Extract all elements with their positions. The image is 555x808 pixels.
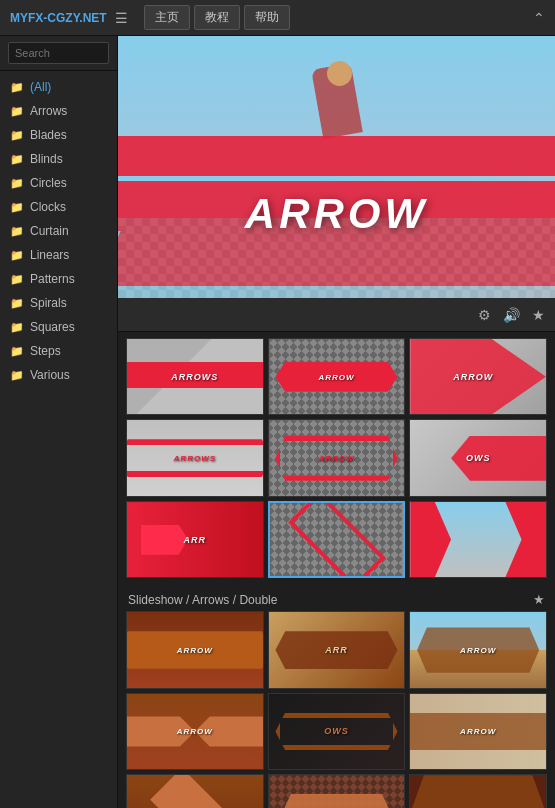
thumb-item[interactable]: ARROW [268, 419, 406, 496]
sidebar-label-steps: Steps [30, 344, 61, 358]
top-thumb-grid: ARROWS ARROW ARROW ARROWS [126, 338, 547, 578]
folder-icon: 📁 [10, 129, 24, 142]
thumb-item[interactable] [409, 501, 547, 578]
toolbar: ⚙ 🔊 ★ [118, 298, 555, 332]
preview-bg: ARROW [118, 36, 555, 298]
thumb-item[interactable] [409, 774, 547, 808]
thumb-item[interactable]: OWS [409, 419, 547, 496]
sidebar-item-blades[interactable]: 📁 Blades [0, 123, 117, 147]
folder-icon: 📁 [10, 153, 24, 166]
sidebar-label-blinds: Blinds [30, 152, 63, 166]
thumb-item[interactable]: ARR [126, 501, 264, 578]
sidebar-label-blades: Blades [30, 128, 67, 142]
thumb-item[interactable]: OWS [268, 693, 406, 770]
folder-icon: 📁 [10, 369, 24, 382]
thumb-item[interactable]: ARROW [126, 611, 264, 688]
star-icon[interactable]: ★ [532, 307, 545, 323]
folder-icon: 📁 [10, 249, 24, 262]
sidebar: 📁 (All) 📁 Arrows 📁 Blades 📁 Blinds 📁 Cir… [0, 36, 118, 808]
site-title: MYFX-CGZY.NET [10, 11, 107, 25]
categories-list: 📁 (All) 📁 Arrows 📁 Blades 📁 Blinds 📁 Cir… [0, 71, 117, 808]
settings-icon[interactable]: ⚙ [478, 307, 491, 323]
sidebar-label-curtain: Curtain [30, 224, 69, 238]
topbar-left: MYFX-CGZY.NET ☰ 主页 教程 帮助 [10, 5, 290, 30]
thumb-item[interactable]: ARROWS [126, 419, 264, 496]
sidebar-label-spirals: Spirals [30, 296, 67, 310]
thumb-item-selected[interactable] [268, 501, 406, 578]
thumb-item[interactable] [268, 774, 406, 808]
thumb-item[interactable]: ARROWS [126, 338, 264, 415]
sidebar-label-squares: Squares [30, 320, 75, 334]
sidebar-label-circles: Circles [30, 176, 67, 190]
sidebar-label-clocks: Clocks [30, 200, 66, 214]
nav-help[interactable]: 帮助 [244, 5, 290, 30]
folder-icon: 📁 [10, 273, 24, 286]
thumb-item[interactable]: ARROW [409, 693, 547, 770]
section1-label: Slideshow / Arrows / Double [128, 593, 277, 607]
thumb-item[interactable]: ARROW [409, 611, 547, 688]
topbar: MYFX-CGZY.NET ☰ 主页 教程 帮助 ⌃ [0, 0, 555, 36]
nav-home[interactable]: 主页 [144, 5, 190, 30]
nav-tutorial[interactable]: 教程 [194, 5, 240, 30]
thumb-item[interactable]: ARROW [409, 338, 547, 415]
hamburger-icon[interactable]: ☰ [115, 10, 128, 26]
search-box [0, 36, 117, 71]
sidebar-label-linears: Linears [30, 248, 69, 262]
sidebar-item-linears[interactable]: 📁 Linears [0, 243, 117, 267]
folder-icon: 📁 [10, 225, 24, 238]
sidebar-label-arrows: Arrows [30, 104, 67, 118]
section1-header: Slideshow / Arrows / Double ★ [126, 586, 547, 611]
sidebar-label-all: (All) [30, 80, 51, 94]
sidebar-item-squares[interactable]: 📁 Squares [0, 315, 117, 339]
folder-icon: 📁 [10, 345, 24, 358]
content-area: ARROW ⚙ 🔊 ★ ARROWS ARROW [118, 36, 555, 808]
sidebar-label-patterns: Patterns [30, 272, 75, 286]
sidebar-item-steps[interactable]: 📁 Steps [0, 339, 117, 363]
thumb-item[interactable]: ARROW [126, 774, 264, 808]
search-input[interactable] [8, 42, 109, 64]
sidebar-item-clocks[interactable]: 📁 Clocks [0, 195, 117, 219]
sidebar-label-various: Various [30, 368, 70, 382]
sidebar-item-curtain[interactable]: 📁 Curtain [0, 219, 117, 243]
section1-star-icon[interactable]: ★ [533, 592, 545, 607]
thumb-item[interactable]: ARROW [126, 693, 264, 770]
bottom-thumb-grid: ARROW ARR ARROW AR [126, 611, 547, 808]
grid-section[interactable]: ARROWS ARROW ARROW ARROWS [118, 332, 555, 808]
folder-icon: 📁 [10, 81, 24, 94]
folder-icon: 📁 [10, 201, 24, 214]
thumb-item[interactable]: ARROW [268, 338, 406, 415]
sidebar-item-arrows[interactable]: 📁 Arrows [0, 99, 117, 123]
sidebar-item-all[interactable]: 📁 (All) [0, 75, 117, 99]
sidebar-item-patterns[interactable]: 📁 Patterns [0, 267, 117, 291]
sidebar-item-blinds[interactable]: 📁 Blinds [0, 147, 117, 171]
chevron-up-icon[interactable]: ⌃ [533, 10, 545, 26]
folder-icon: 📁 [10, 321, 24, 334]
nav-menu: 主页 教程 帮助 [144, 5, 290, 30]
sidebar-item-circles[interactable]: 📁 Circles [0, 171, 117, 195]
thumb-item[interactable]: ARR [268, 611, 406, 688]
folder-icon: 📁 [10, 177, 24, 190]
preview-text: ARROW [245, 190, 428, 238]
volume-icon[interactable]: 🔊 [503, 307, 520, 323]
sidebar-item-various[interactable]: 📁 Various [0, 363, 117, 387]
sidebar-item-spirals[interactable]: 📁 Spirals [0, 291, 117, 315]
preview-section: ARROW [118, 36, 555, 298]
main-layout: 📁 (All) 📁 Arrows 📁 Blades 📁 Blinds 📁 Cir… [0, 36, 555, 808]
folder-icon: 📁 [10, 297, 24, 310]
folder-icon: 📁 [10, 105, 24, 118]
